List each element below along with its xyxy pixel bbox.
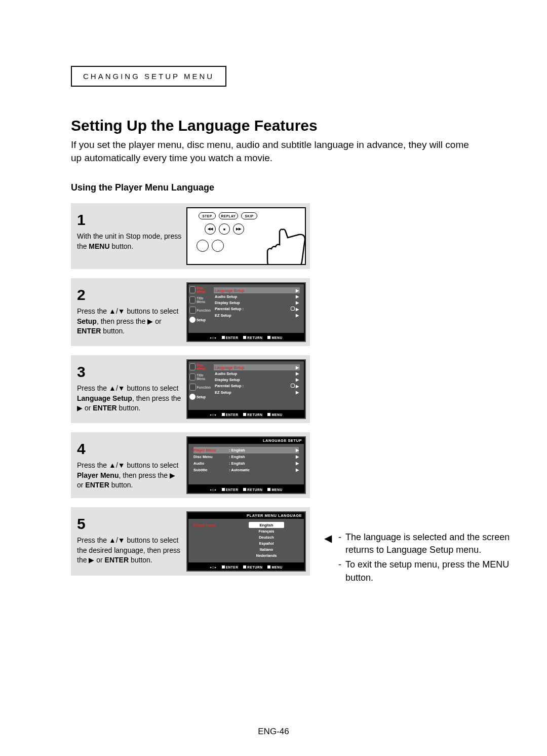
osd-row: Language Setup▶	[214, 287, 300, 293]
osd-row: EZ Setup▶	[214, 312, 300, 318]
pml-opt-italiano: Italiano	[249, 546, 284, 552]
t: button.	[129, 556, 152, 564]
osd-row: Language Setup▶	[214, 364, 300, 370]
lock-icon	[291, 384, 295, 388]
remote-skip-button: SKIP	[241, 212, 257, 219]
ls-title: LANGUAGE SETUP	[187, 437, 305, 444]
arrow-right-icon: ▶	[296, 288, 299, 293]
step-5-text: 5 Press the ▲/▼ buttons to select the de…	[75, 511, 186, 572]
t: Press the ▲/▼ buttons to select	[77, 461, 178, 469]
ls-row: Player Menu: English▶	[193, 447, 299, 453]
step-1-text-c: button.	[110, 242, 134, 250]
remote-circle-1: ◀◀	[205, 223, 216, 235]
step-5: 5 Press the ▲/▼ buttons to select the de…	[71, 507, 310, 576]
page-title: Setting Up the Language Features	[71, 117, 481, 134]
t: button.	[117, 404, 141, 412]
ls-row: Audio: English▶	[193, 460, 299, 467]
step-1-number: 1	[77, 209, 182, 231]
side-title-menu: Title Menu	[189, 296, 211, 304]
gear-icon	[189, 394, 196, 400]
pml-opt-francais: Français	[249, 528, 284, 534]
step-3-number: 3	[77, 361, 182, 383]
ls-row: Disc Menu: English▶	[193, 453, 299, 460]
side-function: Function	[189, 384, 211, 391]
t: Press the ▲/▼ buttons to select	[77, 384, 178, 392]
osd-row: Audio Setup▶	[214, 293, 300, 299]
step-1-bold: MENU	[89, 242, 109, 250]
step-3: 3 Press the ▲/▼ buttons to select Langua…	[71, 355, 310, 423]
step-4-text: 4 Press the ▲/▼ buttons to select Player…	[75, 436, 186, 494]
osd-row: Parental Setup : ▶	[214, 306, 300, 312]
note-1: The language is selected and the screen …	[345, 531, 537, 556]
subheading: Using the Player Menu Language	[71, 182, 481, 193]
side-disc-menu: Disc Menu	[189, 286, 211, 293]
b: ENTER	[85, 481, 109, 489]
side-function: Function	[189, 307, 211, 314]
page-number: ENG-46	[0, 727, 547, 737]
pml-left-label: Player Menu	[193, 522, 234, 559]
remote-step-button: STEP	[199, 212, 216, 219]
osd-setup-menu-3: Disc Menu Title Menu Function Setup Lang…	[186, 359, 306, 419]
remote-circle-4	[197, 240, 209, 252]
step-4: 4 Press the ▲/▼ buttons to select Player…	[71, 432, 310, 498]
remote-circle-5	[212, 240, 224, 252]
b: Language Setup	[77, 394, 132, 402]
osd-footer: ∘□∘ ENTER RETURN MENU	[187, 488, 305, 492]
step-2: 2 Press the ▲/▼ buttons to select Setup,…	[71, 278, 310, 346]
dash: -	[338, 558, 345, 584]
side-setup: Setup	[189, 394, 211, 400]
b: ENTER	[105, 556, 129, 564]
step-4-number: 4	[77, 438, 182, 460]
osd-language-setup: LANGUAGE SETUP Player Menu: English▶ Dis…	[186, 436, 306, 494]
remote-illustration: STEP REPLAY SKIP ◀◀ ■ ▶▶	[186, 207, 306, 265]
note-2: To exit the setup menu, press the MENU b…	[345, 558, 537, 584]
osd-footer: ∘□∘ ENTER RETURN MENU	[187, 336, 305, 340]
steps-column: 1 With the unit in Stop mode, press the …	[71, 203, 310, 576]
b: Player Menu	[77, 471, 119, 479]
b: ENTER	[77, 327, 101, 335]
gear-icon	[189, 317, 196, 323]
t: button.	[101, 327, 125, 335]
osd-player-menu-language: PLAYER MENU LANGUAGE Player Menu English…	[186, 511, 306, 572]
t: button.	[109, 481, 133, 489]
osd-row: Parental Setup : ▶	[214, 383, 300, 389]
osd-footer: ∘□∘ ENTER RETURN MENU	[187, 413, 305, 417]
b: ENTER	[93, 404, 116, 412]
section-header: CHANGING SETUP MENU	[71, 66, 226, 87]
osd-sidebar: Disc Menu Title Menu Function Setup	[188, 361, 212, 410]
lock-icon	[291, 307, 295, 311]
remote-circle-2: ■	[219, 223, 230, 235]
pml-title: PLAYER MENU LANGUAGE	[187, 512, 305, 519]
step-2-text: 2 Press the ▲/▼ buttons to select Setup,…	[75, 282, 186, 342]
pml-opt-nederlands: Nederlands	[249, 552, 284, 558]
pml-opt-english: English	[249, 522, 284, 528]
osd-sidebar: Disc Menu Title Menu Function Setup	[188, 284, 212, 333]
pml-options: English Français Deutsch Español Italian…	[234, 522, 299, 559]
pml-opt-deutsch: Deutsch	[249, 534, 284, 540]
osd-main-3: Language Setup▶ Audio Setup▶ Display Set…	[212, 361, 304, 410]
osd-row: Audio Setup▶	[214, 370, 300, 376]
intro-text: If you set the player menu, disc menu, a…	[71, 138, 481, 164]
pml-opt-espanol: Español	[249, 540, 284, 546]
result-notes: ◀ - The language is selected and the scr…	[324, 531, 537, 586]
step-1-text: 1 With the unit in Stop mode, press the …	[75, 207, 186, 265]
hand-icon	[257, 224, 306, 265]
t: , then press the ▶ or	[97, 317, 162, 325]
osd-row: EZ Setup▶	[214, 389, 300, 395]
osd-main-2: Language Setup▶ Audio Setup▶ Display Set…	[212, 284, 304, 333]
b: Setup	[77, 317, 97, 325]
remote-circle-3: ▶▶	[233, 223, 244, 235]
side-setup: Setup	[189, 317, 211, 323]
side-disc-menu: Disc Menu	[189, 363, 211, 370]
t: Press the ▲/▼ buttons to select	[77, 307, 178, 315]
osd-footer: ∘□∘ ENTER RETURN MENU	[187, 565, 305, 570]
arrow-left-icon: ◀	[324, 531, 338, 556]
osd-row: Display Setup▶	[214, 376, 300, 383]
osd-row: Display Setup▶	[214, 299, 300, 306]
dash: -	[338, 531, 345, 556]
step-3-text: 3 Press the ▲/▼ buttons to select Langua…	[75, 359, 186, 419]
side-title-menu: Title Menu	[189, 373, 211, 381]
step-1: 1 With the unit in Stop mode, press the …	[71, 203, 310, 269]
step-5-number: 5	[77, 513, 182, 535]
step-2-number: 2	[77, 284, 182, 306]
